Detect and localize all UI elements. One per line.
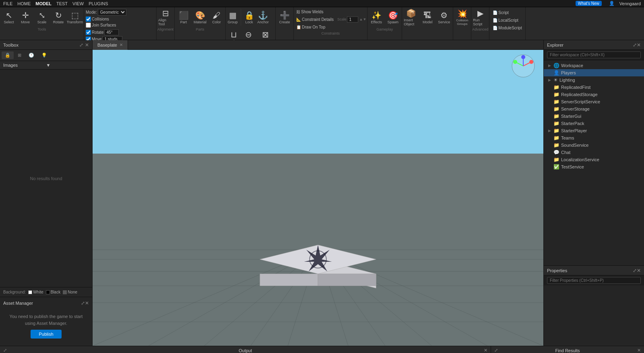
toolbox-tab-lock[interactable]: 🔒: [2, 51, 14, 59]
scale-input[interactable]: [347, 16, 358, 23]
starter-gui-icon: 📁: [553, 113, 559, 119]
rotate-checkbox[interactable]: [86, 30, 91, 35]
tree-item-replicated-first[interactable]: 📁 ReplicatedFirst: [544, 84, 644, 91]
explorer-close-button[interactable]: ✕: [637, 42, 641, 48]
bg-white-option[interactable]: White: [28, 290, 43, 294]
toolbox-tab-bulb[interactable]: 💡: [38, 51, 50, 59]
tree-item-server-script-service[interactable]: 📁 ServerScriptService: [544, 98, 644, 105]
viewport-canvas[interactable]: [93, 50, 543, 346]
part-button[interactable]: ⬛ Part: [175, 8, 192, 27]
select-button[interactable]: ↖ Select: [1, 8, 17, 27]
find-close-button[interactable]: ✕: [637, 348, 641, 353]
find-expand-button[interactable]: ⤢: [494, 348, 498, 353]
part-icon: ⬛: [179, 10, 189, 20]
menu-view[interactable]: VIEW: [72, 1, 84, 6]
rotate-button[interactable]: ↻ Rotate: [50, 8, 66, 27]
align-tool-button[interactable]: ⊟ Align Tool: [157, 8, 173, 27]
explorer-expand-button[interactable]: ⤢: [633, 42, 637, 48]
asset-manager-close-button[interactable]: ✕: [85, 300, 89, 306]
bg-black-option[interactable]: Black: [46, 290, 60, 294]
run-script-button[interactable]: ▶ Run Script: [472, 8, 488, 27]
toolbox-close-button[interactable]: ✕: [85, 42, 89, 48]
insert-object-button[interactable]: 📦 Insert Object: [403, 8, 419, 27]
collisions-checkbox[interactable]: [86, 16, 91, 22]
baseplate-tab[interactable]: Baseplate ✕: [93, 40, 128, 50]
tree-item-test-service[interactable]: ✅ TestService: [544, 163, 644, 170]
draw-on-top-button[interactable]: 📋 Draw On Top: [295, 23, 335, 31]
output-header: ⤢ Output ✕: [0, 346, 491, 353]
rotate-deg-input[interactable]: [104, 29, 119, 35]
publish-button[interactable]: Publish: [31, 330, 61, 339]
toolbox-tab-grid[interactable]: ⊞: [14, 51, 25, 59]
whats-new-button[interactable]: What's New: [576, 1, 602, 6]
service-label: Service: [438, 20, 450, 24]
asset-manager: Asset Manager ⤢ ✕ You need to publish th…: [0, 297, 92, 346]
effects-button[interactable]: ✨ Effects: [368, 8, 384, 27]
join-surfaces-checkbox[interactable]: [86, 23, 91, 28]
local-script-button[interactable]: 📄 LocalScript: [491, 16, 523, 24]
toolbox-tab-clock[interactable]: 🕐: [25, 51, 37, 59]
align-group: ⊟ Align Tool Alignment: [157, 7, 175, 40]
tree-item-players[interactable]: 👤 Players: [544, 69, 644, 76]
workspace-label: Workspace: [561, 63, 583, 68]
scale-arrows[interactable]: ▲▼: [359, 17, 366, 21]
show-welds-icon: ⛓: [296, 10, 300, 14]
tree-item-starter-gui[interactable]: 📁 StarterGui: [544, 113, 644, 120]
output-expand-button[interactable]: ⤢: [3, 348, 7, 353]
asset-manager-expand-button[interactable]: ⤢: [81, 300, 85, 306]
orientation-gizmo[interactable]: [511, 54, 535, 78]
script-button[interactable]: 📄 Script: [491, 9, 523, 16]
transform-button[interactable]: ⬚ Transform: [67, 8, 83, 27]
toolbox-expand-button[interactable]: ⤢: [79, 42, 83, 48]
menu-model[interactable]: MODEL: [35, 1, 52, 6]
show-welds-button[interactable]: ⛓ Show Welds: [295, 8, 335, 15]
color-label: Color: [212, 20, 221, 24]
material-button[interactable]: 🎨 Material: [192, 8, 208, 27]
model-button[interactable]: 🏗 Model: [419, 8, 436, 27]
module-script-button[interactable]: 📄 ModuleScript: [491, 24, 523, 31]
svg-marker-19: [260, 274, 318, 286]
menu-test[interactable]: TEST: [56, 1, 68, 6]
properties-expand-button[interactable]: ⤢: [633, 268, 637, 273]
color-button[interactable]: 🖌 Color: [208, 8, 225, 27]
spawn-button[interactable]: 🎯 Spawn: [385, 8, 401, 27]
menu-home[interactable]: HOME: [17, 1, 31, 6]
run-script-group: ▶ Run Script Advanced: [471, 7, 489, 40]
tree-item-workspace[interactable]: ▶ 🌐 Workspace: [544, 62, 644, 69]
mode-select[interactable]: Geometric: [98, 9, 126, 16]
explorer-search-input[interactable]: [547, 51, 641, 58]
tree-item-replicated-storage[interactable]: 📁 ReplicatedStorage: [544, 91, 644, 98]
gameplay-group: ✨ Effects 🎯 Spawn Gameplay: [367, 7, 402, 40]
white-swatch: [28, 290, 32, 294]
negate-icon: ⊖: [245, 30, 252, 39]
tree-item-teams[interactable]: 📁 Teams: [544, 134, 644, 142]
menu-plugins[interactable]: PLUGINS: [89, 1, 108, 6]
tree-item-lighting[interactable]: ▶ ☀ Lighting: [544, 76, 644, 84]
menu-file[interactable]: FILE: [3, 1, 12, 6]
group-button[interactable]: ▦ Group: [227, 8, 239, 27]
create-button[interactable]: ➕ Create: [277, 8, 293, 27]
tree-item-server-storage[interactable]: 📁 ServerStorage: [544, 105, 644, 113]
constraint-details-button[interactable]: 📐 Constraint Details: [295, 16, 335, 23]
select-icon: ↖: [6, 10, 12, 20]
lock-button[interactable]: 🔒 Lock: [243, 8, 255, 27]
output-close-button[interactable]: ✕: [484, 348, 487, 353]
tree-item-starter-player[interactable]: ▶ 📁 StarterPlayer: [544, 127, 644, 134]
properties-search-input[interactable]: [547, 277, 641, 284]
bg-none-option[interactable]: None: [63, 290, 77, 294]
parts-label: Parts: [175, 27, 225, 31]
mode-label: Mode:: [86, 10, 97, 14]
move-button[interactable]: ✛ Move: [17, 8, 33, 27]
tree-item-starter-pack[interactable]: 📁 StarterPack: [544, 120, 644, 127]
collision-groups-button[interactable]: 💥 Collision Groups: [454, 8, 470, 27]
anchor-label: Anchor: [257, 20, 269, 24]
images-dropdown[interactable]: Images ▼: [0, 61, 92, 70]
service-button[interactable]: ⚙ Service: [436, 8, 452, 27]
baseplate-tab-close[interactable]: ✕: [120, 43, 123, 47]
tree-item-localization-service[interactable]: 📁 LocalizationService: [544, 156, 644, 163]
anchor-button[interactable]: ⚓ Anchor: [256, 8, 270, 27]
tree-item-sound-service[interactable]: 📁 SoundService: [544, 142, 644, 149]
properties-close-button[interactable]: ✕: [637, 268, 641, 273]
scale-button[interactable]: ⤡ Scale: [34, 8, 50, 27]
tree-item-chat[interactable]: 💬 Chat: [544, 149, 644, 156]
